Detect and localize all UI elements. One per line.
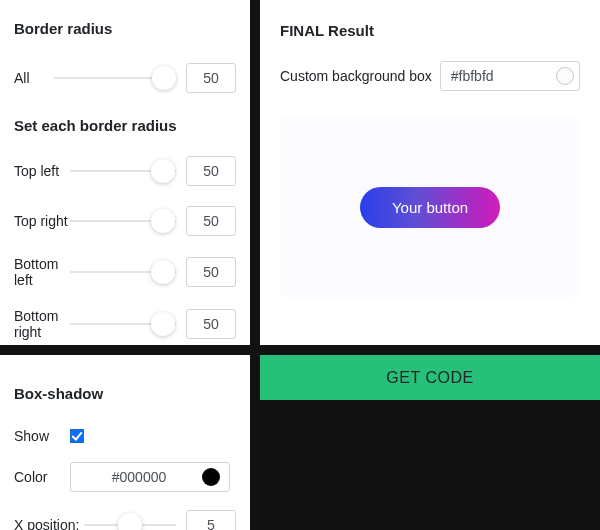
border-radius-panel: Border radius All Set each border radius… [0, 0, 250, 345]
shadow-color-label: Color [14, 469, 70, 485]
top-left-slider[interactable] [70, 161, 176, 181]
preview-button[interactable]: Your button [360, 187, 500, 228]
box-shadow-heading: Box-shadow [0, 385, 236, 402]
all-radius-slider[interactable] [54, 68, 176, 88]
bg-swatch[interactable] [556, 67, 574, 85]
bottom-right-input[interactable] [186, 309, 236, 339]
all-radius-label: All [14, 70, 54, 86]
border-radius-heading: Border radius [0, 20, 236, 37]
show-row: Show [0, 428, 236, 444]
get-code-button[interactable]: GET CODE [260, 355, 600, 400]
slider-thumb[interactable] [151, 159, 175, 183]
xpos-input[interactable] [186, 510, 236, 530]
slider-thumb[interactable] [151, 209, 175, 233]
xpos-label: X position: [14, 517, 84, 530]
bg-row: Custom background box [280, 61, 580, 91]
xpos-row: X position: [0, 510, 236, 530]
top-right-label: Top right [14, 213, 70, 229]
final-result-title: FINAL Result [280, 22, 580, 39]
top-left-input[interactable] [186, 156, 236, 186]
slider-thumb[interactable] [118, 513, 142, 530]
color-row: Color [0, 462, 236, 492]
bottom-right-row: Bottom right [0, 308, 236, 340]
bottom-right-slider[interactable] [70, 314, 176, 334]
shadow-color-swatch[interactable] [202, 468, 220, 486]
bottom-left-row: Bottom left [0, 256, 236, 288]
preview-box: Your button [280, 117, 580, 297]
show-label: Show [14, 428, 70, 444]
top-right-row: Top right [0, 206, 236, 236]
all-radius-input[interactable] [186, 63, 236, 93]
all-radius-row: All [0, 63, 236, 93]
bottom-left-label: Bottom left [14, 256, 70, 288]
each-radius-heading: Set each border radius [0, 117, 236, 134]
final-result-panel: FINAL Result Custom background box Your … [260, 0, 600, 345]
box-shadow-panel: Box-shadow Show Color X position: [0, 355, 250, 530]
top-left-label: Top left [14, 163, 70, 179]
xpos-slider[interactable] [84, 515, 176, 530]
top-left-row: Top left [0, 156, 236, 186]
bottom-left-input[interactable] [186, 257, 236, 287]
slider-thumb[interactable] [152, 66, 176, 90]
slider-thumb[interactable] [151, 260, 175, 284]
show-checkbox[interactable] [70, 429, 84, 443]
bg-label: Custom background box [280, 68, 432, 84]
slider-thumb[interactable] [151, 312, 175, 336]
top-right-slider[interactable] [70, 211, 176, 231]
bottom-right-label: Bottom right [14, 308, 70, 340]
bottom-left-slider[interactable] [70, 262, 176, 282]
top-right-input[interactable] [186, 206, 236, 236]
